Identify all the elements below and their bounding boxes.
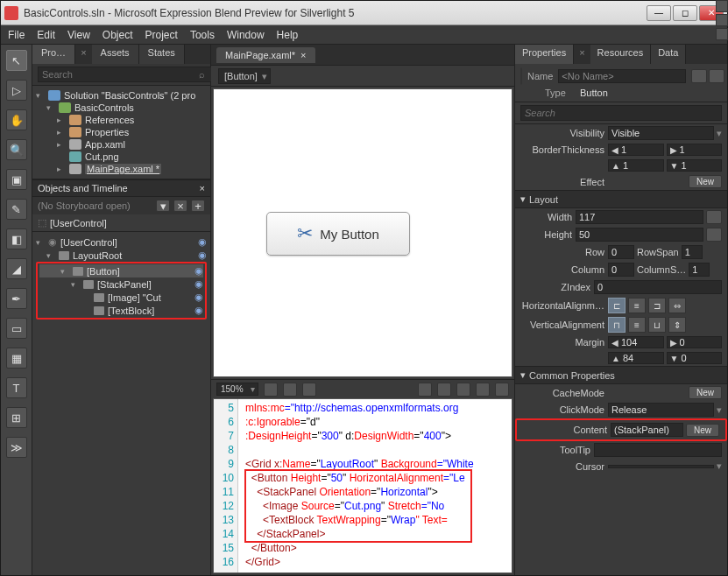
obj-usercontrol[interactable]: [UserControl] (60, 237, 117, 248)
width-input[interactable] (576, 210, 703, 224)
xaml-editor[interactable]: 5678910111213141516 mlns:mc="http://sche… (213, 398, 512, 573)
document-tab[interactable]: MainPage.xaml*× (216, 47, 315, 63)
tool-brush[interactable]: ✎ (6, 199, 27, 220)
border-right-input[interactable]: ▶1 (667, 144, 723, 156)
tool-selection[interactable]: ↖ (6, 50, 27, 71)
tool-direct-select[interactable]: ▷ (6, 80, 27, 101)
tool-pen[interactable]: ✒ (6, 288, 27, 309)
project-node[interactable]: BasicControls (74, 102, 134, 113)
border-top-input[interactable]: ▲1 (608, 159, 664, 172)
scope-usercontrol[interactable]: [UserControl] (50, 218, 107, 228)
tool-pan[interactable]: ✋ (6, 109, 27, 130)
tool-control[interactable]: ⊞ (6, 407, 27, 428)
zoom-tool-icon[interactable] (437, 383, 451, 397)
zoom-selector[interactable]: 150% (216, 383, 258, 396)
halign-center[interactable]: ≡ (628, 298, 646, 313)
menu-tools[interactable]: Tools (190, 29, 215, 41)
solution-node[interactable]: Solution "BasicControls" (2 pro (64, 90, 195, 101)
tool-camera[interactable]: ▣ (6, 169, 27, 190)
visibility-select[interactable]: Visible (608, 126, 714, 140)
obj-layoutroot[interactable]: LayoutRoot (73, 250, 122, 261)
column-input[interactable] (608, 263, 634, 277)
menu-file[interactable]: File (8, 29, 25, 41)
tab-resources[interactable]: Resources (590, 45, 652, 64)
storyboard-add[interactable]: + (191, 200, 205, 212)
timeline-close-icon[interactable]: × (200, 183, 205, 193)
tab-properties-close[interactable]: × (574, 45, 590, 64)
tab-properties[interactable]: Properties (515, 45, 574, 64)
tooltip-input[interactable] (594, 443, 722, 457)
eye-icon[interactable]: ◉ (194, 278, 203, 290)
zoom-tool-icon[interactable] (264, 383, 278, 397)
border-bottom-input[interactable]: ▼1 (667, 159, 723, 172)
eye-icon[interactable]: ◉ (198, 236, 207, 248)
height-auto-icon[interactable] (706, 228, 722, 242)
margin-bottom-input[interactable]: ▼0 (667, 352, 723, 364)
obj-image[interactable]: [Image] "Cut (108, 292, 161, 303)
halign-left[interactable]: ⊏ (608, 298, 626, 313)
valign-stretch[interactable]: ⇕ (668, 317, 686, 333)
storyboard-close[interactable]: × (173, 200, 187, 212)
zoom-tool-icon[interactable] (476, 383, 490, 397)
margin-left-input[interactable]: ◀104 (608, 336, 664, 348)
common-category[interactable]: Common Properties (529, 370, 615, 381)
content-new-button[interactable]: New (686, 424, 719, 437)
storyboard-dropdown[interactable]: ▾ (156, 200, 170, 212)
tool-text[interactable]: T (6, 377, 27, 398)
tab-states[interactable]: States (139, 45, 185, 64)
zoom-tool-icon[interactable] (283, 383, 297, 397)
valign-bottom[interactable]: ⊔ (648, 317, 666, 333)
eye-icon[interactable]: ◉ (198, 249, 207, 261)
margin-top-input[interactable]: ▲84 (608, 352, 664, 364)
tool-zoom[interactable]: 🔍 (6, 139, 27, 160)
effect-new-button[interactable]: New (689, 175, 722, 188)
property-search-input[interactable] (520, 105, 722, 121)
app-xaml-node[interactable]: App.xaml (85, 139, 125, 150)
menu-help[interactable]: Help (277, 29, 299, 41)
doc-tab-close-icon[interactable]: × (300, 50, 306, 60)
border-left-input[interactable]: ◀1 (608, 144, 664, 156)
cut-png-node[interactable]: Cut.png (85, 151, 119, 162)
layout-category[interactable]: Layout (529, 194, 558, 205)
height-input[interactable] (576, 228, 703, 242)
margin-right-input[interactable]: ▶0 (667, 336, 723, 348)
row-input[interactable] (608, 245, 634, 259)
tab-projects-close[interactable]: × (75, 45, 91, 64)
rowspan-input[interactable] (682, 245, 703, 259)
maximize-button[interactable]: ◻ (673, 5, 697, 21)
menu-project[interactable]: Project (145, 29, 178, 41)
halign-right[interactable]: ⊐ (648, 298, 666, 313)
references-node[interactable]: References (85, 115, 134, 125)
width-auto-icon[interactable] (706, 210, 722, 224)
project-search-input[interactable] (38, 67, 213, 82)
menu-object[interactable]: Object (102, 29, 133, 41)
tool-rectangle[interactable]: ▭ (6, 318, 27, 339)
properties-node[interactable]: Properties (85, 127, 129, 137)
name-input[interactable] (558, 69, 686, 83)
menu-edit[interactable]: Edit (37, 29, 55, 41)
obj-stackpanel[interactable]: [StackPanel] (97, 279, 152, 290)
halign-stretch[interactable]: ⇔ (668, 298, 686, 313)
menu-window[interactable]: Window (227, 29, 265, 41)
tool-paint[interactable]: ◧ (6, 228, 27, 249)
props-view-icon[interactable] (691, 69, 707, 83)
tool-layout[interactable]: ▦ (6, 348, 27, 369)
minimize-button[interactable]: — (647, 5, 671, 21)
design-surface[interactable]: ✂ My Button (213, 88, 512, 377)
tool-asset[interactable]: ≫ (6, 437, 27, 458)
eye-icon[interactable]: ◉ (194, 292, 203, 303)
colspan-input[interactable] (689, 263, 710, 277)
tab-assets[interactable]: Assets (92, 45, 139, 64)
object-selector[interactable]: [Button] (218, 68, 271, 84)
zoom-tool-icon[interactable] (495, 383, 509, 397)
cachemode-new-button[interactable]: New (689, 386, 722, 399)
menu-view[interactable]: View (67, 29, 90, 41)
valign-center[interactable]: ≡ (628, 317, 646, 333)
preview-button[interactable]: ✂ My Button (266, 212, 410, 256)
zoom-tool-icon[interactable] (456, 383, 470, 397)
content-value[interactable]: (StackPanel) (611, 423, 683, 437)
events-view-icon[interactable] (709, 69, 724, 83)
obj-textblock[interactable]: [TextBlock] (108, 306, 154, 316)
cursor-select[interactable] (608, 465, 714, 468)
mainpage-xaml-node[interactable]: MainPage.xaml * (85, 164, 161, 174)
